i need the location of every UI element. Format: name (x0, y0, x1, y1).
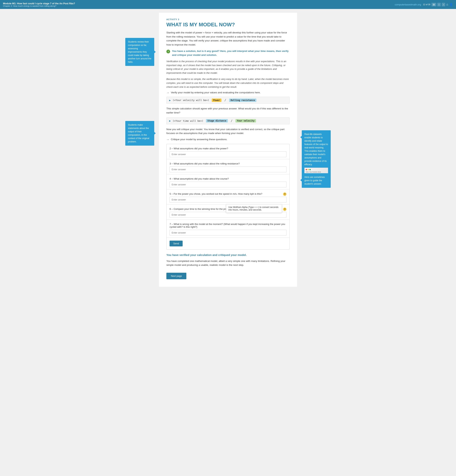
intro-text: Starting with the model of power = force… (166, 31, 290, 47)
header-right: computerbasedmath.org 12 of 30 ⊞ ‹ › ⌂ 👤 (395, 3, 453, 6)
question-7-input[interactable] (170, 230, 286, 236)
italic-text-2: Because this model is so simple, the ver… (166, 77, 290, 89)
right-callout-2: Hints are sometimes given to guide the s… (302, 173, 331, 188)
navigation-controls: 12 of 30 ⊞ ‹ › ⌂ 👤 (423, 3, 453, 6)
completion-body: You have completed one mathematical mode… (166, 259, 290, 267)
formula-2[interactable]: ▶ (×Your time will be×) Stage distance /… (166, 117, 290, 124)
left-callout-1: Students review their computation so far… (125, 38, 154, 66)
italic-text-1: Verification is the process of checking … (166, 60, 290, 75)
content-area: ACTIVITY 3 WHAT IS MY MODEL NOW? Startin… (159, 13, 297, 287)
info-text: You have a solution, but is it any good?… (172, 49, 290, 57)
question-7-label: 7 – What is wrong with the model at the … (170, 223, 286, 228)
question-5-row: ? 5 – For the power you chose, you worke… (167, 189, 289, 204)
question-2-input[interactable] (170, 151, 286, 157)
verify-instruction: → Verify your model by entering your val… (166, 91, 290, 94)
info-box: i You have a solution, but is it any goo… (166, 49, 290, 57)
page-wrapper: Students review their computation so far… (125, 9, 331, 290)
left-callout-2: Students make statements about the outpu… (125, 121, 154, 146)
page-title: WHAT IS MY MODEL NOW? (166, 22, 290, 28)
arrow-icon-2: → (166, 138, 169, 141)
header: Module M1: How fast could I cycle stage … (0, 0, 456, 9)
user-icon[interactable]: 👤 (449, 3, 453, 6)
question-4-row: 4 – What assumptions did you make about … (167, 174, 289, 189)
formula-2-stage-tag[interactable]: Stage distance (206, 119, 228, 122)
formula-1-prefix: (×Your velocity will be×) (172, 99, 211, 102)
formula-2-prefix: (×Your time will be×) (172, 119, 205, 122)
completion-text: You have verified your calculation and c… (166, 253, 290, 256)
grid-view-button[interactable]: ⊞ (431, 3, 436, 6)
question-2-row: 2 – What assumptions did you make about … (167, 144, 289, 159)
formula-2-velocity-tag[interactable]: Your velocity (235, 119, 256, 122)
question-3-input[interactable] (170, 167, 286, 172)
question-5-input[interactable] (170, 197, 286, 203)
question-3-row: 3 – What assumptions did you make about … (167, 159, 289, 174)
arrow-icon-1: → (166, 91, 169, 94)
question-7-row: 7 – What is wrong with the model at the … (167, 220, 289, 238)
chapter-title: Chapter 2: How much energy is wasted fro… (3, 5, 75, 7)
formula-1-power-tag[interactable]: Power (212, 99, 222, 102)
page-count: 12 of 30 (423, 3, 430, 6)
formula-2-divider: / (229, 119, 234, 123)
question-5-hint-icon[interactable]: ? (283, 192, 286, 196)
questions-box: 2 – What assumptions did you make about … (166, 144, 290, 250)
question-4-label: 4 – What assumptions did you make about … (170, 177, 286, 180)
question-6-tooltip: Use Wolfram Alpha (Type = = ) to convert… (226, 204, 282, 213)
send-button-container: Send (167, 238, 289, 249)
critique-instruction: → Critique your model by answering these… (166, 138, 290, 141)
question-3-label: 3 – What assumptions did you make about … (170, 162, 286, 165)
question-6-row: ? 6 – Compare your time to the winning t… (167, 204, 289, 220)
question-4-input[interactable] (170, 182, 286, 187)
formula-1[interactable]: ▶ (×Your velocity will be×) Power / Roll… (166, 97, 290, 104)
formula-2-icon: ▶ (169, 119, 171, 122)
activity-label: ACTIVITY 3 (166, 18, 290, 21)
formula-1-note: This simple calculation should agree wit… (166, 107, 290, 115)
next-page-button[interactable]: › (442, 3, 445, 6)
critique-intro: Now you will critique your model. You kn… (166, 127, 290, 135)
module-title: Module M1: How fast could I cycle stage … (3, 2, 75, 5)
next-page-button[interactable]: Next page (166, 273, 186, 279)
info-icon: i (166, 50, 170, 53)
prev-page-button[interactable]: ‹ (437, 3, 441, 6)
send-button[interactable]: Send (170, 241, 183, 246)
question-5-label: 5 – For the power you chose, you worked … (170, 192, 286, 195)
formula-1-rolling-tag[interactable]: Rolling resistance (229, 99, 256, 102)
home-icon[interactable]: ⌂ (446, 3, 448, 6)
brand-name: computerbasedmath.org (395, 3, 421, 6)
header-left: Module M1: How fast could I cycle stage … (3, 2, 75, 7)
formula-1-icon: ▶ (169, 99, 171, 102)
question-2-label: 2 – What assumptions did you make about … (170, 147, 286, 150)
question-6-hint-icon[interactable]: ? (283, 208, 286, 211)
formula-1-divider: / (223, 98, 228, 102)
